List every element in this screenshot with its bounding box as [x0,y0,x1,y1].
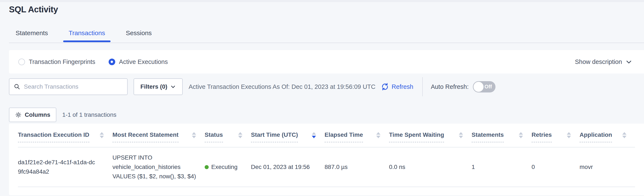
header-label[interactable]: Time Spent Waiting [389,131,444,142]
column-header-most-recent-statement: Most Recent Statement [112,131,205,147]
show-description-toggle[interactable]: Show description [575,58,632,65]
cell-statements: 1 [472,162,532,172]
table-row[interactable]: da1f21e2-de71-4c1f-a1da-dc9fc94a84a2 UPS… [18,147,635,187]
header-label[interactable]: Status [205,131,223,142]
column-header-start-time: Start Time (UTC) [251,131,324,147]
view-mode-card: Transaction Fingerprints Active Executio… [9,50,644,73]
search-input[interactable] [24,83,123,90]
column-header-transaction-execution-id: Transaction Execution ID [18,131,112,147]
result-count: 1-1 of 1 transactions [62,111,116,118]
radio-selected-icon[interactable] [108,59,115,65]
top-edge-strip [0,0,644,2]
radio-active-executions-label: Active Executions [119,58,168,65]
toggle-knob [474,82,484,92]
search-icon [14,83,20,90]
cell-retries: 0 [532,162,580,172]
auto-refresh-toggle[interactable]: Off [473,81,496,92]
sort-carets[interactable] [519,132,523,138]
chevron-down-icon [170,84,176,89]
gear-icon [15,111,22,118]
column-header-status: Status [205,131,251,147]
tab-statements-label: Statements [16,29,48,36]
header-label[interactable]: Retries [532,131,552,142]
cell-time-spent-waiting: 0.0 ns [389,162,472,172]
sort-carets[interactable] [459,132,463,138]
toggle-state-label: Off [484,84,492,90]
column-header-time-spent-waiting: Time Spent Waiting [389,131,472,147]
column-header-elapsed-time: Elapsed Time [324,131,389,147]
sort-carets[interactable] [622,132,626,138]
results-bar: Columns 1-1 of 1 transactions [9,108,116,122]
header-label[interactable]: Application [580,131,612,142]
sort-carets[interactable] [100,132,104,138]
table-header-row: Transaction Execution ID Most Recent Sta… [18,124,635,147]
status-label: Executing [211,162,238,172]
columns-button[interactable]: Columns [9,108,56,122]
header-label[interactable]: Most Recent Statement [112,131,178,142]
as-of-timestamp: Active Transaction Executions As Of: Dec… [189,83,375,90]
transactions-table: Transaction Execution ID Most Recent Sta… [9,124,644,195]
sort-carets[interactable] [192,132,196,138]
chevron-down-icon [626,58,632,65]
cell-elapsed-time: 887.0 µs [324,162,389,172]
page-title: SQL Activity [9,5,58,14]
cell-transaction-execution-id[interactable]: da1f21e2-de71-4c1f-a1da-dc9fc94a84a2 [18,158,112,176]
radio-unselected-icon[interactable] [18,59,25,65]
sort-carets[interactable] [376,132,380,138]
columns-button-label: Columns [25,111,50,118]
tab-sessions-label: Sessions [126,29,152,36]
cell-most-recent-statement: UPSERT INTO vehicle_location_histories V… [112,153,205,181]
radio-active-executions[interactable]: Active Executions [108,58,168,65]
column-header-retries: Retries [532,131,580,147]
filters-button[interactable]: Filters (0) [134,78,183,95]
refresh-label: Refresh [392,83,413,90]
radio-transaction-fingerprints-label: Transaction Fingerprints [29,58,96,65]
active-tab-underline [63,40,111,42]
refresh-button[interactable]: Refresh [380,82,413,91]
radio-transaction-fingerprints[interactable]: Transaction Fingerprints [18,58,96,65]
vertical-divider [422,77,423,96]
header-label[interactable]: Elapsed Time [324,131,363,142]
sort-carets[interactable] [238,132,242,138]
header-label[interactable]: Statements [472,131,504,142]
transaction-execution-id[interactable]: da1f21e2-de71-4c1f-a1da-dc9fc94a84a2 [18,158,97,176]
tab-transactions-label: Transactions [69,29,105,36]
cell-status: Executing [205,162,251,172]
tabs-divider [9,43,644,43]
sort-carets-active-desc[interactable] [312,132,316,138]
cell-start-time: Dec 01, 2023 at 19:56 [251,162,324,172]
header-label[interactable]: Transaction Execution ID [18,131,90,142]
controls-row: Filters (0) Active Transaction Execution… [9,78,644,95]
sort-carets[interactable] [567,132,571,138]
filters-button-label: Filters (0) [140,83,167,90]
cell-application: movr [580,162,635,172]
most-recent-statement: UPSERT INTO vehicle_location_histories V… [112,153,196,181]
auto-refresh-label: Auto Refresh: [431,83,468,90]
refresh-icon [380,82,390,91]
header-label[interactable]: Start Time (UTC) [251,131,298,142]
status-executing-dot [205,165,209,169]
column-header-statements: Statements [472,131,532,147]
search-box[interactable] [9,78,128,95]
show-description-label: Show description [575,58,622,65]
column-header-application: Application [580,131,635,147]
